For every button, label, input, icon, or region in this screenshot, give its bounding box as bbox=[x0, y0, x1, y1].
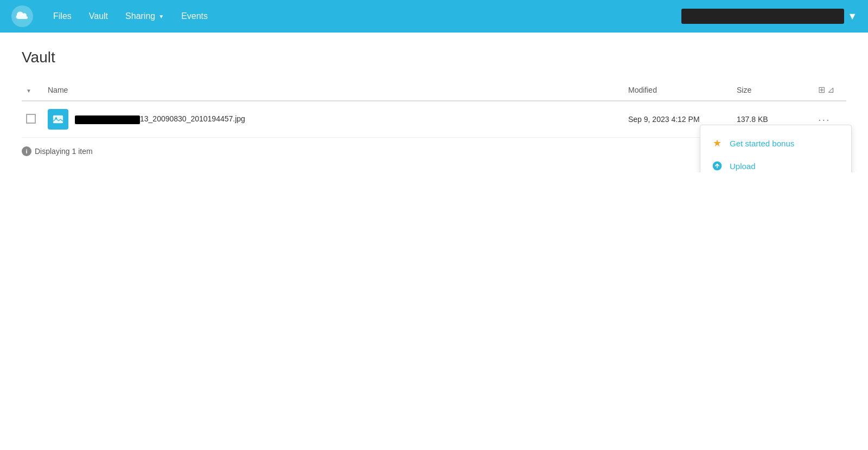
main-header: Files Vault Sharing ▼ Events ▼ bbox=[0, 0, 868, 33]
file-checkbox[interactable] bbox=[26, 114, 36, 124]
sharing-chevron-icon: ▼ bbox=[158, 14, 164, 20]
filter-icon[interactable]: ⊿ bbox=[827, 85, 834, 95]
nav-sharing[interactable]: Sharing ▼ bbox=[117, 7, 173, 25]
page-title: Vault bbox=[22, 49, 846, 66]
user-dropdown-arrow-icon[interactable]: ▼ bbox=[847, 11, 857, 22]
app-logo[interactable] bbox=[11, 5, 34, 28]
th-actions: ⊞ ⊿ bbox=[814, 79, 846, 101]
dropdown-item-get-started-bonus[interactable]: ★ Get started bonus bbox=[700, 132, 851, 155]
th-name: Name bbox=[43, 79, 624, 101]
file-name[interactable]: 13_20090830_2010194457.jpg bbox=[75, 114, 245, 124]
nav-vault[interactable]: Vault bbox=[80, 7, 117, 25]
star-icon: ★ bbox=[711, 137, 723, 149]
file-name-redacted bbox=[75, 115, 140, 124]
file-thumbnail bbox=[48, 109, 68, 130]
sort-arrow-icon[interactable]: ▼ bbox=[26, 88, 31, 94]
table-header: ▼ Name Modified Size ⊞ ⊿ bbox=[22, 79, 846, 101]
th-size: Size bbox=[732, 79, 814, 101]
context-dropdown-menu: ★ Get started bonus Upload New bbox=[700, 125, 852, 172]
th-checkbox: ▼ bbox=[22, 79, 43, 101]
nav-files[interactable]: Files bbox=[44, 7, 80, 25]
upload-icon bbox=[711, 160, 723, 172]
info-icon: i bbox=[22, 146, 31, 156]
main-nav: Files Vault Sharing ▼ Events bbox=[44, 7, 216, 25]
user-account-bar[interactable] bbox=[681, 9, 844, 24]
grid-view-icon[interactable]: ⊞ bbox=[818, 85, 825, 95]
row-checkbox-cell bbox=[22, 101, 43, 138]
svg-rect-1 bbox=[53, 115, 63, 124]
nav-events[interactable]: Events bbox=[173, 7, 216, 25]
row-name-cell: 13_20090830_2010194457.jpg bbox=[43, 101, 624, 138]
header-user-area: ▼ bbox=[681, 9, 857, 24]
dropdown-item-upload[interactable]: Upload bbox=[700, 155, 851, 172]
display-count: Displaying 1 item bbox=[35, 147, 93, 156]
main-content: Vault ▼ Name Modified Size ⊞ bbox=[0, 33, 868, 172]
row-more-button[interactable]: ··· bbox=[818, 113, 831, 126]
th-modified: Modified bbox=[624, 79, 732, 101]
